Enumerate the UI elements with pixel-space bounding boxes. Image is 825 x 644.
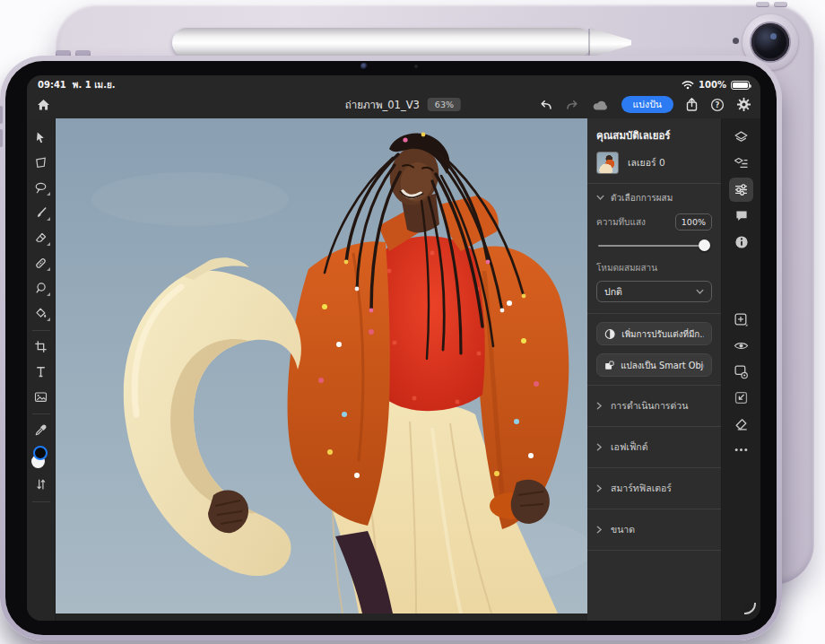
section-label: สมาร์ทฟิลเตอร์ (611, 481, 672, 496)
canvas-area[interactable] (56, 118, 587, 621)
blend-mode-dropdown[interactable]: ปกติ (596, 281, 712, 302)
app-toolbar: ถ่ายภาพ_01_V3 63% แบ่งปัน (27, 91, 760, 118)
layer-properties-icon (734, 156, 749, 171)
edit-properties-button[interactable] (729, 178, 753, 202)
layer-name: เลเยอร์ 0 (628, 155, 665, 170)
clone-stamp-tool[interactable] (30, 276, 53, 300)
flatten-button[interactable] (729, 412, 753, 436)
more-options-icon (734, 448, 748, 452)
foreground-color-chip[interactable] (33, 446, 48, 460)
toolbar-separator (32, 413, 50, 414)
info-icon (734, 235, 749, 249)
settings-gear-icon[interactable] (736, 97, 751, 112)
back-ipad-top-button (756, 2, 769, 7)
tools-toolbar (27, 118, 56, 621)
divider (587, 385, 721, 386)
home-button[interactable] (36, 98, 59, 112)
comments-icon (734, 209, 749, 222)
blend-mode-value: ปกติ (604, 284, 622, 300)
crop-tool[interactable] (30, 335, 53, 358)
color-chips[interactable] (30, 446, 52, 469)
rear-mic-icon (733, 38, 739, 44)
add-layer-button[interactable] (729, 308, 753, 332)
adjustment-icon (604, 328, 615, 340)
comments-button[interactable] (729, 204, 753, 228)
side-notch (0, 106, 3, 124)
cloud-sync-icon[interactable] (592, 99, 610, 111)
panel-title: คุณสมบัติเลเยอร์ (596, 127, 712, 144)
zoom-level-badge[interactable]: 63% (428, 98, 461, 111)
transform-tool[interactable] (30, 151, 53, 174)
eyedropper-tool[interactable] (30, 418, 53, 441)
layers-button[interactable] (729, 126, 753, 150)
clock: 09:41 (38, 80, 66, 90)
battery-icon (731, 81, 750, 90)
divider (587, 183, 721, 184)
section-label: เอฟเฟ็กต์ (611, 439, 648, 455)
layer-properties-panel: คุณสมบัติเลเยอร์ เลเยอร์ 0 ตัวเลือกการผส… (587, 118, 722, 621)
healing-brush-tool[interactable] (30, 251, 53, 274)
divider (587, 509, 721, 509)
opacity-value-box[interactable]: 100% (675, 213, 712, 231)
flatten-icon (734, 416, 749, 431)
battery-percent: 100% (699, 80, 726, 90)
layer-row[interactable]: เลเยอร์ 0 (596, 152, 712, 174)
type-tool[interactable] (30, 360, 53, 383)
section-quick-actions[interactable]: การดำเนินการด่วน (596, 391, 712, 421)
place-embedded-icon (734, 390, 749, 405)
apple-pencil (172, 28, 592, 57)
chevron-right-icon (596, 402, 603, 410)
layer-properties-button[interactable] (729, 152, 753, 176)
divider (587, 467, 721, 468)
layers-icon (734, 130, 749, 145)
front-camera-icon (360, 63, 368, 70)
section-size[interactable]: ขนาด (596, 515, 712, 544)
date: พ. 1 เม.ย. (73, 78, 116, 91)
swap-tool-options[interactable] (30, 473, 53, 496)
convert-smart-object-button[interactable]: แปลงเป็น Smart Object (596, 353, 712, 377)
visibility-button[interactable] (729, 334, 753, 358)
task-strip (722, 118, 760, 621)
add-adjustment-button[interactable]: เพิ่มการปรับแต่งที่มีก… (596, 322, 712, 345)
slider-knob[interactable] (699, 239, 710, 251)
back-ipad-volume-button (774, 2, 787, 7)
divider (587, 550, 721, 551)
export-icon[interactable] (685, 97, 699, 112)
section-effects[interactable]: เอฟเฟ็กต์ (596, 432, 712, 462)
divider (587, 426, 721, 427)
blend-options-label: ตัวเลือกการผสม (611, 191, 673, 205)
layer-thumbnail[interactable] (596, 152, 619, 174)
photoshop-app-screen: 09:41 พ. 1 เม.ย. 100% ถ่ายภาพ_01_V3 (27, 75, 760, 621)
opacity-slider[interactable] (598, 239, 710, 252)
move-tool[interactable] (30, 126, 53, 149)
smart-object-icon (604, 360, 614, 371)
workspace: คุณสมบัติเลเยอร์ เลเยอร์ 0 ตัวเลือกการผส… (27, 118, 760, 621)
svg-text:?: ? (716, 100, 720, 109)
lasso-tool[interactable] (30, 176, 53, 199)
rear-camera-lens-icon (751, 23, 789, 61)
apple-pencil-seam (588, 29, 590, 57)
eraser-tool[interactable] (30, 226, 53, 249)
blend-options-toggle[interactable]: ตัวเลือกการผสม (596, 191, 712, 205)
share-button[interactable]: แบ่งปัน (621, 96, 673, 113)
opacity-label: ความทึบแสง (596, 215, 646, 229)
redo-icon[interactable] (565, 98, 580, 111)
place-photo-tool[interactable] (30, 385, 53, 408)
front-sensor-icon (414, 65, 418, 68)
info-button[interactable] (729, 230, 753, 254)
chevron-right-icon (596, 526, 603, 534)
section-smart-filters[interactable]: สมาร์ทฟิลเตอร์ (596, 474, 712, 503)
more-options-button[interactable] (729, 438, 753, 462)
status-bar: 09:41 พ. 1 เม.ย. 100% (27, 75, 760, 91)
place-embedded-button[interactable] (729, 386, 753, 410)
help-icon[interactable]: ? (710, 98, 725, 112)
side-notch (0, 129, 3, 147)
chevron-down-icon (696, 289, 704, 295)
fill-tool[interactable] (30, 301, 53, 325)
brush-tool[interactable] (30, 201, 53, 224)
clipping-mask-icon (734, 364, 749, 379)
undo-icon[interactable] (538, 98, 553, 111)
add-adjustment-label: เพิ่มการปรับแต่งที่มีก… (621, 327, 704, 341)
wifi-icon (682, 80, 694, 90)
clipping-mask-button[interactable] (729, 360, 753, 384)
